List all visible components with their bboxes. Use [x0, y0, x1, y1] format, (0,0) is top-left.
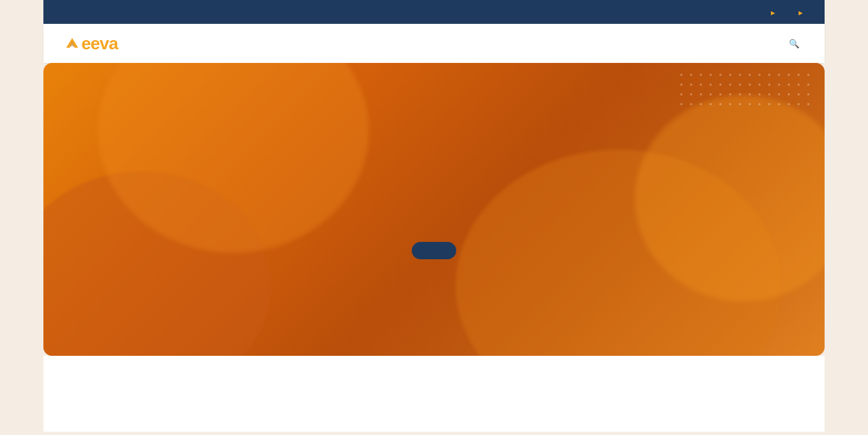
search-button[interactable]: 🔍 — [789, 39, 803, 49]
industries-arrow-icon: ▶ — [799, 10, 803, 16]
regions-menu[interactable]: ▶ — [769, 8, 775, 16]
regions-arrow-icon: ▶ — [771, 10, 775, 16]
industries-menu[interactable]: ▶ — [797, 8, 803, 16]
top-utility-bar: ▶ ▶ — [43, 0, 825, 24]
logo-v-icon — [65, 36, 79, 51]
logo[interactable]: eeva — [65, 34, 118, 54]
nav-items: 🔍 — [680, 39, 803, 49]
search-icon: 🔍 — [789, 39, 800, 49]
below-hero-section — [43, 356, 825, 432]
logo-text: eeva — [65, 34, 118, 54]
see-impact-button[interactable] — [412, 242, 456, 259]
hero-section: // Generate dots const grid = document.q… — [43, 63, 825, 356]
page-wrapper: ▶ ▶ eeva — [43, 0, 825, 432]
hero-content — [43, 63, 825, 356]
main-navigation: eeva 🔍 — [43, 24, 825, 63]
